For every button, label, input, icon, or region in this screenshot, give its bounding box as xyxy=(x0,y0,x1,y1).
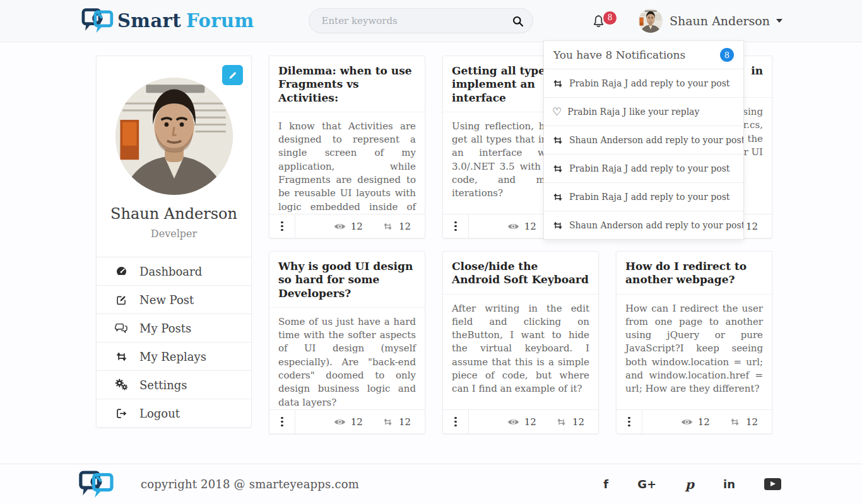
views-count: 12 xyxy=(524,221,536,232)
replies-count: 12 xyxy=(399,416,411,428)
kebab-icon xyxy=(454,417,457,427)
edit-profile-button[interactable] xyxy=(222,65,243,85)
retweet-icon xyxy=(115,351,129,363)
eye-icon xyxy=(507,418,519,426)
notifications-toggle[interactable]: 8 xyxy=(591,14,606,28)
replies-count: 12 xyxy=(572,416,584,428)
brand-logo[interactable]: SmartForum xyxy=(81,6,254,35)
post-options-button[interactable] xyxy=(269,410,295,433)
notification-text: Shaun Anderson add reply to your post xyxy=(569,220,743,230)
post-stats: 12 12 xyxy=(469,410,598,433)
profile-card: Shaun Anderson Develper Dashboard New Po… xyxy=(96,56,252,428)
profile-name: Shaun Anderson xyxy=(97,205,251,223)
linkedin-icon[interactable]: in xyxy=(723,479,735,490)
dashboard-icon xyxy=(115,266,129,278)
search-input[interactable] xyxy=(321,15,512,27)
notification-item[interactable]: Shaun Anderson add reply to your post xyxy=(544,211,743,239)
post-options-button[interactable] xyxy=(443,214,469,238)
post-footer: 12 12 xyxy=(617,409,772,433)
notification-item[interactable]: Prabin Raja J add reply to your post xyxy=(544,182,743,211)
post-title[interactable]: Close/hide the Android Soft Keyboard xyxy=(443,252,598,295)
sidebar-item-new-post[interactable]: New Post xyxy=(97,285,251,314)
post-body: Some of us just have a hard time with th… xyxy=(269,308,425,409)
heart-icon: ♡ xyxy=(552,107,562,117)
notification-item[interactable]: Prabin Raja J add reply to your post xyxy=(544,69,743,97)
retweet-icon xyxy=(729,418,741,426)
my-posts-icon xyxy=(115,322,129,334)
views-stat: 12 xyxy=(334,416,363,428)
notification-item[interactable]: Shaun Anderson add reply to your post xyxy=(544,126,743,154)
search-bar xyxy=(309,8,533,33)
pinterest-icon[interactable]: p xyxy=(685,478,694,491)
notifications-header: You have 8 Notifications 8 xyxy=(544,41,743,69)
post-title[interactable]: Dilemma: when to use Fragments vs Activi… xyxy=(269,56,425,112)
views-count: 12 xyxy=(698,416,710,428)
views-stat: 12 xyxy=(507,416,536,428)
kebab-icon xyxy=(454,221,457,231)
post-stats: 12 12 xyxy=(295,410,425,433)
sidebar-item-my-posts[interactable]: My Posts xyxy=(97,314,251,342)
replies-stat: 12 xyxy=(382,221,411,232)
sidebar-item-dashboard[interactable]: Dashboard xyxy=(97,257,251,285)
post-card: How do I redirect to another webpage? Ho… xyxy=(616,251,772,434)
replies-count: 12 xyxy=(746,221,758,232)
post-card: Close/hide the Android Soft Keyboard Aft… xyxy=(442,251,599,434)
retweet-icon xyxy=(552,221,564,230)
post-options-button[interactable] xyxy=(617,410,642,433)
profile-avatar-image xyxy=(115,78,233,195)
post-footer: 12 12 xyxy=(269,409,425,433)
replies-stat: 12 xyxy=(382,416,411,428)
user-menu-name[interactable]: Shaun Anderson xyxy=(670,14,770,28)
post-footer: 12 12 xyxy=(269,214,425,238)
sidebar-item-label: My Posts xyxy=(139,322,191,335)
post-title[interactable]: How do I redirect to another webpage? xyxy=(617,252,772,295)
sidebar-item-my-replays[interactable]: My Replays xyxy=(97,342,251,370)
views-stat: 12 xyxy=(681,416,710,428)
post-body: After writing in the edit field and clic… xyxy=(443,295,598,410)
post-options-button[interactable] xyxy=(443,410,469,433)
notification-text: Shaun Anderson add reply to your post xyxy=(569,135,743,145)
views-count: 12 xyxy=(524,416,536,428)
post-footer: 12 12 xyxy=(443,409,598,433)
chevron-down-icon[interactable] xyxy=(776,19,782,23)
notification-item[interactable]: Prabin Raja J add reply to your post xyxy=(544,154,743,182)
sidebar-item-label: Logout xyxy=(139,407,180,420)
post-card: Dilemma: when to use Fragments vs Activi… xyxy=(269,56,425,238)
sidebar-item-settings[interactable]: Settings xyxy=(97,370,251,399)
google-plus-icon[interactable]: G+ xyxy=(637,479,656,490)
sidebar-item-label: Settings xyxy=(139,378,187,392)
brand-title-secondary: Forum xyxy=(186,10,254,32)
sidebar-item-label: New Post xyxy=(139,293,194,307)
post-options-button[interactable] xyxy=(269,214,295,238)
views-stat: 12 xyxy=(507,221,536,232)
sidebar-item-logout[interactable]: Logout xyxy=(97,399,251,427)
notification-text: Prabin Raja J add reply to your post xyxy=(569,78,729,88)
notification-item[interactable]: ♡ Prabin Raja J like your replay xyxy=(544,97,743,126)
footer-logo-icon xyxy=(78,469,114,500)
brand-title-primary: Smart xyxy=(117,10,181,32)
notifications-dropdown: You have 8 Notifications 8 Prabin Raja J… xyxy=(543,40,744,240)
page-footer: copyright 2018 @ smarteyeapps.com f G+ p… xyxy=(0,464,862,504)
retweet-icon xyxy=(552,79,564,88)
facebook-icon[interactable]: f xyxy=(603,479,608,490)
main-content: Shaun Anderson Develper Dashboard New Po… xyxy=(96,56,862,434)
retweet-icon xyxy=(552,136,564,145)
retweet-icon xyxy=(555,418,567,426)
notification-count-badge: 8 xyxy=(603,11,617,25)
sidebar-item-label: My Replays xyxy=(139,350,206,363)
app-header: SmartForum 8 Shaun Anderson xyxy=(0,0,862,42)
eye-icon xyxy=(334,222,346,231)
brand-title: SmartForum xyxy=(117,10,254,32)
sidebar-item-label: Dashboard xyxy=(139,265,202,278)
new-post-icon xyxy=(115,294,129,306)
user-avatar[interactable] xyxy=(639,9,663,33)
youtube-icon[interactable] xyxy=(764,478,781,490)
settings-icon xyxy=(115,378,129,391)
search-button[interactable] xyxy=(512,15,524,27)
post-title[interactable]: Why is good UI design so hard for some D… xyxy=(269,252,425,308)
notifications-badge: 8 xyxy=(720,48,734,62)
copyright-text: copyright 2018 @ smarteyeapps.com xyxy=(141,478,359,491)
notification-text: Prabin Raja J like your replay xyxy=(567,107,699,117)
post-body: I know that Activities are designed to r… xyxy=(269,112,425,214)
retweet-icon xyxy=(552,192,564,202)
